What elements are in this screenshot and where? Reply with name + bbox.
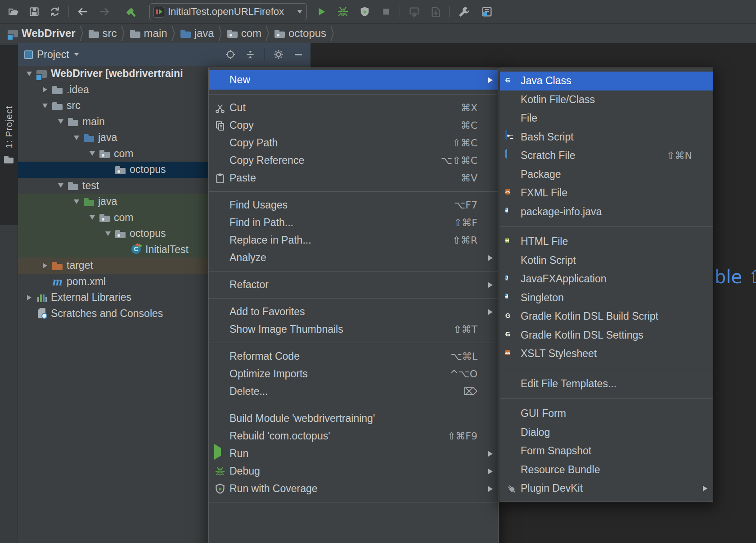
- crosshair-icon: [225, 49, 236, 60]
- tree-item-label: octopus: [130, 227, 166, 240]
- project-panel-header: Project: [18, 43, 310, 66]
- context-menu-item-copy-reference[interactable]: Copy Reference⌥⇧⌘C: [209, 152, 498, 169]
- folder-orange-icon: [52, 260, 63, 272]
- debug-button[interactable]: [334, 3, 352, 21]
- chevron-expanded-icon[interactable]: [58, 119, 63, 124]
- chevron-expanded-icon[interactable]: [27, 72, 32, 76]
- forward-button[interactable]: [95, 3, 113, 21]
- chevron-expanded-icon[interactable]: [90, 215, 95, 220]
- context-menu-item-find-usages[interactable]: Find Usages⌥F7: [209, 196, 498, 214]
- submenu-item-file[interactable]: File: [500, 109, 713, 128]
- context-menu-item-add-to-favorites[interactable]: Add to Favorites: [209, 303, 498, 321]
- submenu-item-bash-script[interactable]: Bash Script: [500, 128, 713, 147]
- tool-window-tab-project[interactable]: 1: Project: [0, 45, 18, 225]
- context-menu-item-optimize-imports[interactable]: Optimize Imports^⌥O: [209, 365, 498, 383]
- submenu-item-xslt-stylesheet[interactable]: XSLT Stylesheet: [500, 344, 713, 363]
- context-menu-item-refactor[interactable]: Refactor: [209, 276, 498, 294]
- build-project-button[interactable]: [122, 3, 140, 21]
- disabled-action-button-1[interactable]: [405, 3, 423, 21]
- submenu-item-javafxapplication[interactable]: JavaFXApplication: [500, 270, 713, 289]
- chevron-expanded-icon[interactable]: [74, 136, 79, 140]
- submenu-item-dialog[interactable]: Dialog: [500, 423, 713, 442]
- submenu-label: Kotlin Script: [521, 254, 576, 267]
- back-button[interactable]: [74, 3, 92, 21]
- open-project-button[interactable]: [4, 3, 22, 21]
- panel-settings-button[interactable]: [271, 47, 286, 62]
- shortcut-hint: ⇧⌘F9: [447, 430, 485, 442]
- submenu-item-form-snapshot[interactable]: Form Snapshot: [500, 442, 713, 461]
- project-structure-icon: [481, 5, 493, 18]
- context-menu-item-find-in-path[interactable]: Find in Path...⇧⌘F: [209, 214, 498, 231]
- package-icon: [274, 27, 286, 39]
- hide-panel-button[interactable]: [291, 47, 306, 62]
- folder-icon: [68, 180, 79, 191]
- submenu-item-scratch-file[interactable]: Scratch File⇧⌘N: [500, 146, 713, 165]
- context-menu-item-rebuild-com-octopus[interactable]: Rebuild 'com.octopus'⇧⌘F9: [209, 427, 498, 445]
- project-structure-button[interactable]: [478, 3, 496, 21]
- chevron-expanded-icon[interactable]: [58, 183, 63, 188]
- submenu-item-gradle-kotlin-dsl-settings[interactable]: Gradle Kotlin DSL Settings: [500, 326, 713, 345]
- breadcrumb-item-main[interactable]: main: [130, 24, 167, 43]
- submenu-arrow-icon: [488, 255, 493, 261]
- submenu-item-singleton[interactable]: Singleton: [500, 289, 713, 308]
- run-with-coverage-button[interactable]: [356, 3, 374, 21]
- chevron-expanded-icon[interactable]: [42, 104, 48, 108]
- save-all-button[interactable]: [25, 3, 43, 21]
- breadcrumb-item-octopus[interactable]: octopus: [274, 24, 326, 43]
- submenu-item-kotlin-file-class[interactable]: Kotlin File/Class: [500, 90, 713, 109]
- dialog-icon: [505, 426, 517, 438]
- chevron-expanded-icon[interactable]: [74, 199, 79, 204]
- context-menu-label: Debug: [230, 465, 260, 477]
- disabled-action-button-2[interactable]: [427, 3, 445, 21]
- submenu-item-package[interactable]: Package: [500, 165, 713, 184]
- context-menu-item-new[interactable]: New: [209, 70, 498, 90]
- context-menu-item-delete[interactable]: Delete...⌦: [209, 383, 498, 400]
- panel-title[interactable]: Project: [37, 49, 69, 61]
- package-icon: [227, 27, 238, 39]
- context-menu-item-cut[interactable]: Cut⌘X: [209, 99, 498, 117]
- context-menu-item-reformat-code[interactable]: Reformat Code⌥⌘L: [209, 348, 498, 365]
- submenu-item-html-file[interactable]: HTML File: [500, 232, 713, 251]
- breadcrumb-item-java[interactable]: java: [180, 24, 214, 43]
- context-menu-item-build-module-webdrivertraining[interactable]: Build Module 'webdrivertraining': [209, 410, 498, 427]
- chevron-expanded-icon[interactable]: [105, 231, 111, 236]
- submenu-item-kotlin-script[interactable]: Kotlin Script: [500, 251, 713, 270]
- submenu-item-package-info-java[interactable]: package-info.java: [500, 203, 713, 222]
- chevron-collapsed-icon[interactable]: [43, 87, 47, 92]
- submenu-item-fxml-file[interactable]: FXML File: [500, 184, 713, 203]
- breadcrumb-item-src[interactable]: src: [88, 24, 117, 43]
- submenu-item-java-class[interactable]: Java Class: [500, 72, 713, 90]
- settings-button[interactable]: [455, 3, 473, 21]
- collapse-all-button[interactable]: [243, 47, 258, 62]
- scratch-file-icon: [505, 150, 517, 162]
- context-menu-item-analyze[interactable]: Analyze: [209, 249, 498, 267]
- chevron-collapsed-icon[interactable]: [27, 295, 32, 300]
- submenu-item-resource-bundle[interactable]: Resource Bundle: [500, 461, 713, 480]
- context-menu-item-replace-in-path[interactable]: Replace in Path...⇧⌘R: [209, 231, 498, 249]
- submenu-item-gui-form[interactable]: GUI Form: [500, 404, 713, 423]
- stop-square-icon: [380, 6, 392, 18]
- context-menu-item-paste[interactable]: Paste⌘V: [209, 169, 498, 187]
- submenu-item-gradle-kotlin-dsl-build-script[interactable]: Gradle Kotlin DSL Build Script: [500, 307, 713, 326]
- context-menu-item-copy-path[interactable]: Copy Path⇧⌘C: [209, 134, 498, 152]
- breadcrumb-item-com[interactable]: com: [227, 24, 261, 43]
- stop-button[interactable]: [377, 3, 395, 21]
- context-menu-item-copy[interactable]: Copy⌘C: [209, 117, 498, 134]
- breadcrumb-item-webdriver[interactable]: WebDriver: [7, 24, 76, 43]
- synchronize-button[interactable]: [46, 3, 64, 21]
- chevron-collapsed-icon[interactable]: [43, 263, 47, 268]
- run-button[interactable]: [312, 3, 330, 21]
- context-menu-item-run[interactable]: Run: [209, 445, 498, 462]
- locate-file-button[interactable]: [223, 47, 238, 62]
- chevron-expanded-icon[interactable]: [90, 151, 95, 156]
- tree-item-label: com: [114, 212, 133, 224]
- run-configuration-select[interactable]: InitialTest.openURLFirefox: [149, 3, 307, 20]
- context-menu-item-show-image-thumbnails[interactable]: Show Image Thumbnails⇧⌘T: [209, 321, 498, 338]
- tree-item-label: External Libraries: [51, 291, 131, 303]
- submenu-item-edit-file-templates[interactable]: Edit File Templates...: [500, 375, 713, 394]
- submenu-item-plugin-devkit[interactable]: Plugin DevKit: [500, 479, 713, 498]
- cut-icon: [214, 102, 226, 114]
- tree-item-label: test: [82, 180, 99, 192]
- context-menu-item-debug[interactable]: Debug: [209, 462, 498, 480]
- context-menu-item-run-with-coverage[interactable]: Run with Coverage: [209, 480, 498, 498]
